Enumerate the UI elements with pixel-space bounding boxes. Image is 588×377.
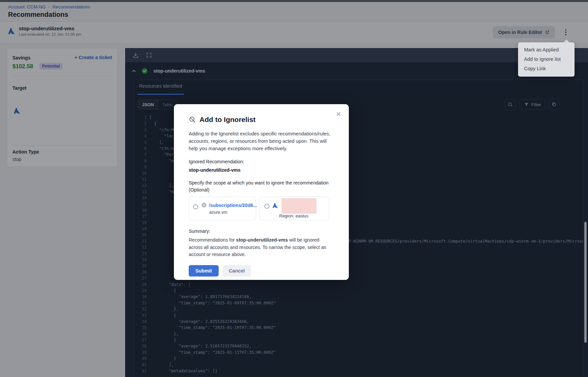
region-value: Region: eastus (279, 213, 308, 218)
ignored-recommendation-value: stop-underutilized-vms (189, 167, 334, 173)
context-menu-items: Mark as AppliedAdd to Ignore listCopy Li… (518, 45, 575, 73)
add-to-ignorelist-modal: ✕ Add to Ignorelist Adding to the Ignore… (174, 104, 349, 280)
menu-item[interactable]: Add to Ignore list (518, 54, 575, 64)
scope-option-subscription[interactable]: /subscriptions/20d6... azure.vm (189, 197, 256, 220)
region-radio[interactable] (264, 204, 269, 209)
scope-option-region[interactable]: Region: eastus (259, 197, 329, 220)
submit-button[interactable]: Submit (189, 265, 219, 277)
menu-item[interactable]: Mark as Applied (518, 45, 575, 54)
subscription-link[interactable]: /subscriptions/20d6... (209, 203, 257, 208)
summary-rule-name: stop-underutilized-vms (236, 237, 288, 243)
context-menu: Mark as AppliedAdd to Ignore listCopy Li… (518, 42, 575, 77)
summary-label: Summary: (189, 228, 334, 234)
azure-logo-icon (271, 202, 279, 220)
modal-description: Adding to the Ignorelist excludes specif… (189, 130, 334, 152)
redacted-account-block (282, 198, 317, 214)
cancel-button[interactable]: Cancel (223, 265, 251, 277)
summary-text: Recommendations for stop-underutilized-v… (189, 237, 334, 258)
scope-label: Specify the scope at which you want to i… (189, 179, 334, 193)
subscription-radio[interactable] (193, 204, 198, 209)
modal-title: Add to Ignorelist (199, 116, 256, 124)
ignore-icon (189, 116, 196, 123)
menu-item[interactable]: Copy Link (518, 64, 575, 73)
ignored-recommendation-label: Ignored Recommendation: (189, 159, 334, 164)
close-icon[interactable]: ✕ (336, 111, 341, 118)
subscription-resource-name: azure.vm (209, 210, 257, 215)
subscription-icon (201, 202, 207, 209)
summary-prefix: Recommendations for (189, 237, 236, 243)
